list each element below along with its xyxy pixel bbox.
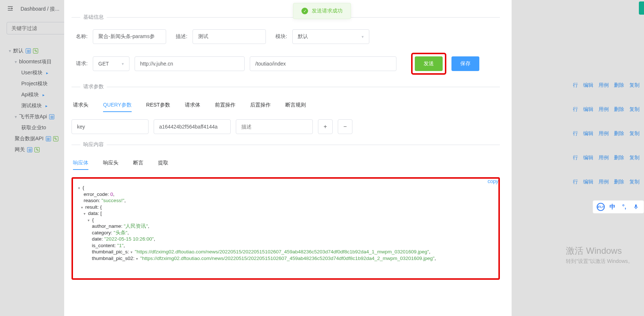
tab-headers[interactable]: 请求头 [73, 99, 88, 112]
desc-input[interactable]: 测试 [193, 29, 266, 44]
tab-resp-headers[interactable]: 响应头 [103, 157, 118, 170]
check-circle-icon: ✓ [301, 8, 308, 14]
label-request: 请求: [72, 60, 88, 67]
chevron-down-icon: ▾ [362, 34, 364, 39]
section-response: 响应内容 [72, 141, 500, 148]
module-select[interactable]: 默认▾ [292, 29, 369, 44]
param-desc-input[interactable] [236, 119, 313, 134]
ime-toolbar[interactable]: iFLY 中 °, [593, 200, 644, 213]
label-module: 模块: [271, 33, 287, 40]
section-basic-info: 基础信息 [72, 14, 500, 21]
punct-icon[interactable]: °, [620, 203, 628, 211]
tab-rest[interactable]: REST参数 [146, 99, 170, 112]
ifly-icon[interactable]: iFLY [597, 203, 605, 211]
param-tabs: 请求头 QUERY参数 REST参数 请求体 前置操作 后置操作 断言规则 [72, 99, 500, 112]
param-value-input[interactable]: a164424b2f564baff4144a [154, 119, 231, 134]
tab-resp-body[interactable]: 响应体 [73, 157, 88, 170]
api-editor-dialog: 基础信息 名称: 聚合-新闻头条-params参 描述: 测试 模块: 默认▾ … [64, 0, 512, 316]
response-tabs: 响应体 响应头 断言 提取 [72, 157, 500, 170]
chevron-down-icon: ▾ [122, 62, 124, 66]
remove-param-button[interactable]: − [338, 119, 352, 134]
path-input[interactable]: /toutiao/index [250, 56, 396, 71]
host-input[interactable]: http://v.juhe.cn [135, 56, 245, 71]
lang-toggle[interactable]: 中 [608, 203, 616, 211]
tab-pre[interactable]: 前置操作 [215, 99, 235, 112]
toast-message: 发送请求成功 [312, 8, 343, 14]
save-button[interactable]: 保存 [451, 56, 479, 71]
tab-body[interactable]: 请求体 [185, 99, 200, 112]
label-name: 名称: [72, 33, 88, 40]
success-toast: ✓ 发送请求成功 [293, 3, 351, 19]
mic-icon[interactable] [632, 203, 640, 211]
add-param-button[interactable]: + [318, 119, 333, 134]
tab-assert[interactable]: 断言规则 [285, 99, 306, 112]
label-desc: 描述: [171, 33, 187, 40]
send-button[interactable]: 发送 [415, 56, 443, 71]
tab-query[interactable]: QUERY参数 [103, 99, 132, 112]
section-request-params: 请求参数 [72, 83, 500, 90]
tab-resp-extract[interactable]: 提取 [158, 157, 168, 170]
tab-post[interactable]: 后置操作 [250, 99, 271, 112]
method-select[interactable]: GET▾ [93, 56, 129, 71]
highlight-send: 发送 [411, 53, 446, 75]
param-key-input[interactable]: key [72, 119, 149, 134]
response-body-viewer[interactable]: ▾{ error_code: 0, reason: "success!", ▾r… [72, 177, 500, 280]
name-input[interactable]: 聚合-新闻头条-params参 [93, 29, 166, 44]
tab-resp-assert[interactable]: 断言 [133, 157, 143, 170]
